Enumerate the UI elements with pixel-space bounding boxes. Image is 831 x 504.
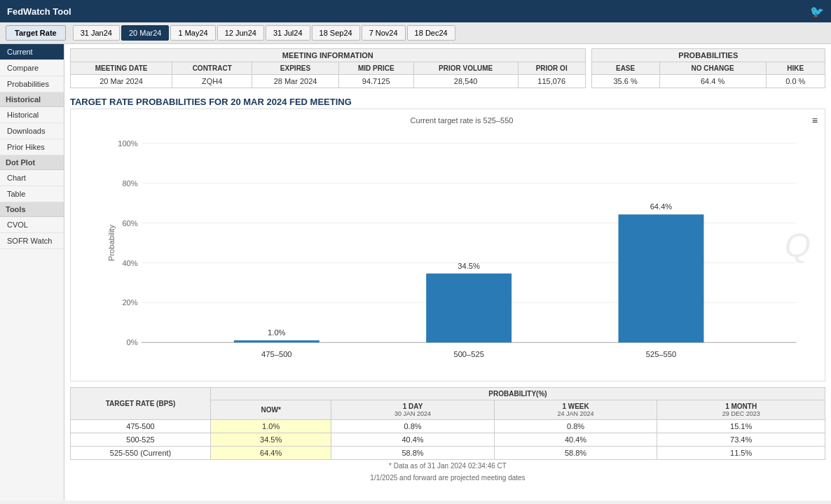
oneday-525-550: 58.8% [331, 447, 495, 460]
bar-475-500 [234, 340, 320, 342]
oneweek-525-550: 58.8% [494, 447, 657, 460]
now-475-500: 1.0% [211, 420, 331, 433]
col-ease: EASE [591, 62, 659, 75]
col-no-change: NO CHANGE [659, 62, 766, 75]
svg-text:80%: 80% [122, 179, 137, 188]
sidebar-item-chart[interactable]: Chart [0, 170, 64, 186]
col-meeting-date: MEETING DATE [71, 62, 172, 75]
tab-31jul24[interactable]: 31 Jul24 [266, 25, 310, 41]
tab-7nov24[interactable]: 7 Nov24 [362, 25, 406, 41]
rate-500-525: 500-525 [71, 433, 211, 447]
table-row: 525-550 (Current) 64.4% 58.8% 58.8% 11.5… [71, 447, 825, 460]
meeting-date-value: 20 Mar 2024 [71, 75, 172, 88]
sidebar-item-sofr-watch[interactable]: SOFR Watch [0, 233, 64, 249]
no-change-value: 64.4 % [659, 75, 766, 88]
svg-text:40%: 40% [122, 259, 137, 267]
prior-oi-value: 115,076 [518, 75, 585, 88]
chart-area: TARGET RATE PROBABILITIES FOR 20 MAR 202… [64, 88, 831, 384]
meeting-info-row: 20 Mar 2024 ZQH4 28 Mar 2024 94.7125 28,… [71, 75, 586, 88]
probabilities-panel: PROBABILITIES EASE NO CHANGE HIKE 35.6 %… [591, 48, 825, 88]
svg-text:500–525: 500–525 [453, 350, 483, 358]
sidebar-item-prior-hikes[interactable]: Prior Hikes [0, 139, 64, 155]
probabilities-header: PROBABILITIES [591, 48, 825, 62]
svg-text:0%: 0% [127, 338, 138, 346]
sidebar-item-current[interactable]: Current [0, 44, 64, 60]
meeting-info-panel: MEETING INFORMATION MEETING DATE CONTRAC… [70, 48, 586, 88]
sidebar-item-downloads[interactable]: Downloads [0, 123, 64, 139]
bar-525-550 [619, 214, 704, 342]
svg-text:525–550: 525–550 [646, 350, 676, 358]
tab-31jan24[interactable]: 31 Jan24 [73, 25, 120, 41]
contract-value: ZQH4 [172, 75, 252, 88]
onemonth-475-500: 15.1% [657, 420, 825, 433]
probabilities-row: 35.6 % 64.4 % 0.0 % [591, 75, 825, 88]
oneweek-475-500: 0.8% [494, 420, 657, 433]
oneday-500-525: 40.4% [331, 433, 495, 447]
col-prior-volume: PRIOR VOLUME [413, 62, 518, 75]
col-contract: CONTRACT [172, 62, 252, 75]
col-prior-oi: PRIOR OI [518, 62, 585, 75]
chart-subtitle: Current target rate is 525–550 [106, 116, 818, 125]
now-525-550: 64.4% [211, 447, 331, 460]
tab-1may24[interactable]: 1 May24 [170, 25, 215, 41]
th-one-week: 1 WEEK 24 JAN 2024 [494, 400, 657, 420]
svg-text:Probability: Probability [107, 225, 116, 262]
svg-text:34.5%: 34.5% [458, 262, 480, 270]
tab-20mar24[interactable]: 20 Mar24 [121, 25, 169, 41]
twitter-icon: 🐦 [810, 5, 824, 18]
footnote1: * Data as of 31 Jan 2024 02:34:46 CT [70, 460, 825, 472]
sidebar-item-probabilities[interactable]: Probabilities [0, 76, 64, 92]
th-target-rate: TARGET RATE (BPS) [71, 388, 211, 420]
sidebar: Current Compare Probabilities Historical… [0, 44, 64, 500]
prob-table-section: TARGET RATE (BPS) PROBABILITY(%) NOW* 1 … [64, 384, 831, 486]
th-now: NOW* [211, 400, 331, 420]
col-mid-price: MID PRICE [338, 62, 413, 75]
tools-section-label: Tools [0, 202, 64, 217]
historical-section-label: Historical [0, 92, 64, 107]
th-one-day: 1 DAY 30 JAN 2024 [331, 400, 495, 420]
tab-row: Target Rate 31 Jan24 20 Mar24 1 May24 12… [0, 22, 831, 44]
th-one-month: 1 MONTH 29 DEC 2023 [657, 400, 825, 420]
svg-text:60%: 60% [122, 219, 137, 227]
oneweek-500-525: 40.4% [494, 433, 657, 447]
tab-18sep24[interactable]: 18 Sep24 [312, 25, 360, 41]
sidebar-item-historical[interactable]: Historical [0, 107, 64, 123]
sidebar-item-table[interactable]: Table [0, 186, 64, 202]
top-info-row: MEETING INFORMATION MEETING DATE CONTRAC… [64, 44, 831, 88]
svg-text:20%: 20% [122, 298, 137, 307]
target-rate-button[interactable]: Target Rate [6, 25, 66, 41]
svg-text:475–500: 475–500 [261, 350, 291, 358]
content-area: MEETING INFORMATION MEETING DATE CONTRAC… [64, 44, 831, 500]
col-expires: EXPIRES [252, 62, 339, 75]
table-row: 500-525 34.5% 40.4% 40.4% 73.4% [71, 433, 825, 447]
svg-text:1.0%: 1.0% [268, 328, 286, 337]
col-hike: HIKE [766, 62, 825, 75]
svg-text:100%: 100% [118, 139, 138, 148]
onemonth-525-550: 11.5% [657, 447, 825, 460]
svg-text:64.4%: 64.4% [650, 202, 673, 211]
main-layout: Current Compare Probabilities Historical… [0, 44, 831, 500]
th-probability: PROBABILITY(%) [211, 388, 825, 400]
chart-menu-icon[interactable]: ≡ [812, 115, 818, 126]
meeting-info-table: MEETING DATE CONTRACT EXPIRES MID PRICE … [70, 62, 586, 88]
tab-18dec24[interactable]: 18 Dec24 [407, 25, 455, 41]
sidebar-item-cvol[interactable]: CVOL [0, 217, 64, 233]
footnote2: 1/1/2025 and forward are projected meeti… [70, 472, 825, 484]
table-row: 475-500 1.0% 0.8% 0.8% 15.1% [71, 420, 825, 433]
app-title: FedWatch Tool [7, 6, 71, 17]
sidebar-item-compare[interactable]: Compare [0, 60, 64, 76]
onemonth-500-525: 73.4% [657, 433, 825, 447]
now-500-525: 34.5% [211, 433, 331, 447]
oneday-475-500: 0.8% [331, 420, 495, 433]
prob-table: TARGET RATE (BPS) PROBABILITY(%) NOW* 1 … [70, 387, 825, 460]
rate-525-550: 525-550 (Current) [71, 447, 211, 460]
ease-value: 35.6 % [591, 75, 659, 88]
meeting-info-header: MEETING INFORMATION [70, 48, 586, 62]
hike-value: 0.0 % [766, 75, 825, 88]
expires-value: 28 Mar 2024 [252, 75, 339, 88]
chart-svg: Probability 100% 80% 60% 40% 20% 0% [106, 127, 818, 358]
chart-title: TARGET RATE PROBABILITIES FOR 20 MAR 202… [70, 94, 825, 108]
dot-plot-section-label: Dot Plot [0, 155, 64, 170]
mid-price-value: 94.7125 [338, 75, 413, 88]
tab-12jun24[interactable]: 12 Jun24 [217, 25, 264, 41]
